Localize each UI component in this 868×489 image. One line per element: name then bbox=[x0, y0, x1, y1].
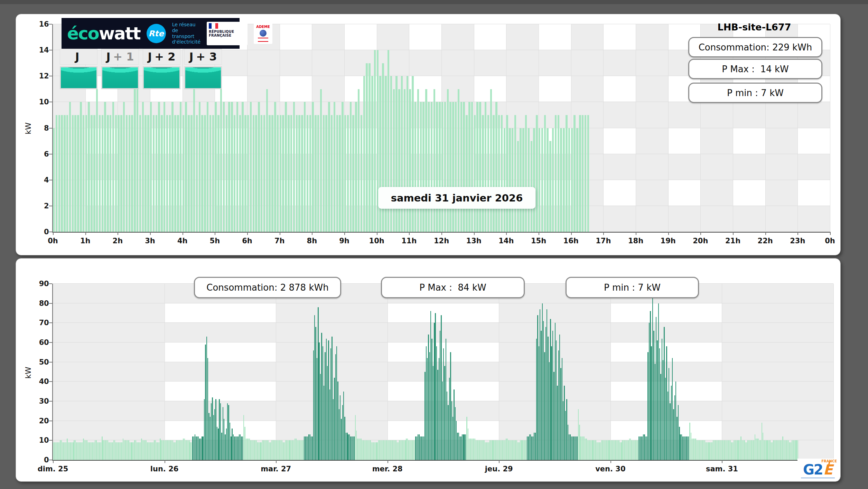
y-tick-mark bbox=[49, 362, 52, 363]
x-tick-label: 1h bbox=[80, 237, 91, 245]
y-tick-mark bbox=[49, 342, 52, 343]
tile-day-j2-label[interactable]: J+ 2 bbox=[143, 49, 180, 65]
y-tick-mark bbox=[49, 460, 52, 460]
x-tick-label: 17h bbox=[596, 237, 611, 245]
x-tick-mark bbox=[722, 460, 722, 463]
y-tick-label: 50 bbox=[25, 358, 49, 366]
tile-day-j1-signal-green[interactable] bbox=[101, 66, 139, 89]
y-tick-mark bbox=[49, 440, 52, 441]
republique-francaise-label: RÉPUBLIQUE FRANÇAISE bbox=[209, 30, 245, 37]
tile-day-j2-signal-green[interactable] bbox=[143, 66, 180, 89]
y-tick-mark bbox=[49, 154, 52, 154]
x-tick-mark bbox=[388, 460, 388, 463]
x-tick-mark bbox=[603, 232, 604, 235]
tile-day-j[interactable]: J bbox=[60, 49, 97, 89]
x-tick-label: 0h bbox=[48, 237, 58, 245]
tile-j-prefix: J bbox=[75, 50, 80, 63]
tile-j2-suffix: + 2 bbox=[155, 50, 175, 63]
y-tick-label: 14 bbox=[25, 46, 49, 54]
ademe-label: ADEME bbox=[256, 25, 270, 29]
y-tick-mark bbox=[49, 128, 52, 129]
x-tick-label: 10h bbox=[369, 237, 384, 245]
x-tick-label: 12h bbox=[434, 237, 449, 245]
tile-day-j-signal-green[interactable] bbox=[60, 66, 97, 89]
tile-day-j3[interactable]: J+ 3 bbox=[184, 49, 222, 89]
ecowatt-logo-eco: éco bbox=[67, 23, 99, 44]
x-tick-label: ven. 30 bbox=[595, 465, 625, 473]
x-tick-mark bbox=[830, 232, 831, 235]
ecowatt-brand-banner: écowatt Rte Le réseau de transport d'éle… bbox=[62, 18, 240, 49]
rte-tagline: Le réseau de transport d'électricité bbox=[172, 22, 200, 45]
x-tick-mark bbox=[215, 232, 215, 235]
daily-date-label: samedi 31 janvier 2026 bbox=[378, 187, 535, 209]
x-tick-label: lun. 26 bbox=[150, 465, 179, 473]
site-title: LHB-site-L677 bbox=[688, 22, 820, 32]
weekly-y-axis-title: kW bbox=[24, 367, 32, 379]
daily-consumption-stat: Consommation: 229 kWh bbox=[688, 37, 822, 57]
y-tick-mark bbox=[49, 381, 52, 382]
ademe-logo: ADEME bbox=[254, 23, 272, 44]
x-tick-mark bbox=[499, 460, 500, 463]
x-tick-mark bbox=[409, 232, 410, 235]
tile-day-j3-signal-green[interactable] bbox=[184, 66, 222, 89]
y-tick-mark bbox=[49, 180, 52, 180]
gridline-vertical bbox=[833, 284, 834, 460]
x-tick-mark bbox=[765, 232, 766, 235]
daily-pmin-stat: P min : 7 kW bbox=[688, 83, 822, 103]
y-tick-label: 2 bbox=[25, 202, 49, 210]
y-tick-label: 16 bbox=[25, 20, 49, 28]
tile-day-j3-label[interactable]: J+ 3 bbox=[184, 49, 222, 65]
french-flag-icon bbox=[209, 23, 218, 29]
y-tick-label: 0 bbox=[25, 456, 49, 464]
republique-francaise-logo: RÉPUBLIQUE FRANÇAISE bbox=[207, 22, 248, 45]
g2e-tagline-line bbox=[801, 478, 835, 478]
y-tick-label: 0 bbox=[25, 228, 49, 236]
y-tick-label: 60 bbox=[25, 338, 49, 347]
y-tick-mark bbox=[49, 50, 52, 50]
weekly-axis-labels: 0102030405060708090dim. 25lun. 26mar. 27… bbox=[53, 284, 833, 460]
tile-day-j-label[interactable]: J bbox=[60, 49, 97, 65]
x-tick-label: 7h bbox=[274, 237, 285, 245]
x-tick-label: dim. 25 bbox=[38, 465, 68, 473]
tile-j2-prefix: J bbox=[148, 50, 152, 63]
x-tick-mark bbox=[53, 460, 54, 463]
ecowatt-logo: écowatt bbox=[67, 25, 140, 42]
x-tick-mark bbox=[571, 232, 572, 235]
x-tick-label: 11h bbox=[401, 237, 417, 245]
y-tick-label: 70 bbox=[25, 319, 49, 327]
ademe-globe-icon bbox=[260, 30, 267, 37]
x-tick-label: mar. 27 bbox=[261, 465, 291, 473]
y-tick-label: 90 bbox=[25, 280, 49, 288]
rte-logo-icon: Rte bbox=[147, 24, 166, 43]
x-tick-label: 15h bbox=[531, 237, 546, 245]
weekly-consumption-stat: Consommation: 2 878 kWh bbox=[194, 277, 341, 298]
g2e-logo: G2E FRANCE bbox=[797, 459, 838, 481]
x-tick-mark bbox=[636, 232, 636, 235]
x-tick-mark bbox=[797, 232, 798, 235]
tile-day-j1-label[interactable]: J+ 1 bbox=[101, 49, 139, 65]
x-tick-label: 0h bbox=[825, 237, 835, 245]
x-tick-mark bbox=[118, 232, 118, 235]
x-tick-label: 9h bbox=[339, 237, 349, 245]
x-tick-label: 19h bbox=[661, 237, 676, 245]
weekly-chart-panel: kW 0102030405060708090dim. 25lun. 26mar.… bbox=[16, 258, 841, 482]
x-tick-mark bbox=[441, 232, 442, 235]
tile-day-j1[interactable]: J+ 1 bbox=[101, 49, 139, 89]
tile-day-j2[interactable]: J+ 2 bbox=[143, 49, 180, 89]
y-tick-label: 30 bbox=[25, 397, 49, 405]
x-tick-mark bbox=[312, 232, 312, 235]
y-tick-mark bbox=[49, 206, 52, 206]
ecowatt-dashboard: { "top_chart": { "site_title": "LHB-site… bbox=[0, 0, 868, 489]
y-tick-label: 8 bbox=[25, 124, 49, 132]
x-tick-mark bbox=[183, 232, 183, 235]
x-tick-label: 6h bbox=[242, 237, 252, 245]
tile-j1-prefix: J bbox=[106, 50, 110, 63]
x-tick-label: mer. 28 bbox=[372, 465, 403, 473]
x-tick-mark bbox=[53, 232, 54, 235]
y-tick-mark bbox=[49, 102, 52, 102]
daily-x-axis-line bbox=[52, 232, 830, 233]
tile-j1-suffix: + 1 bbox=[113, 50, 134, 63]
x-tick-label: 20h bbox=[693, 237, 708, 245]
x-tick-label: 22h bbox=[758, 237, 773, 245]
window-top-strip bbox=[0, 0, 868, 4]
